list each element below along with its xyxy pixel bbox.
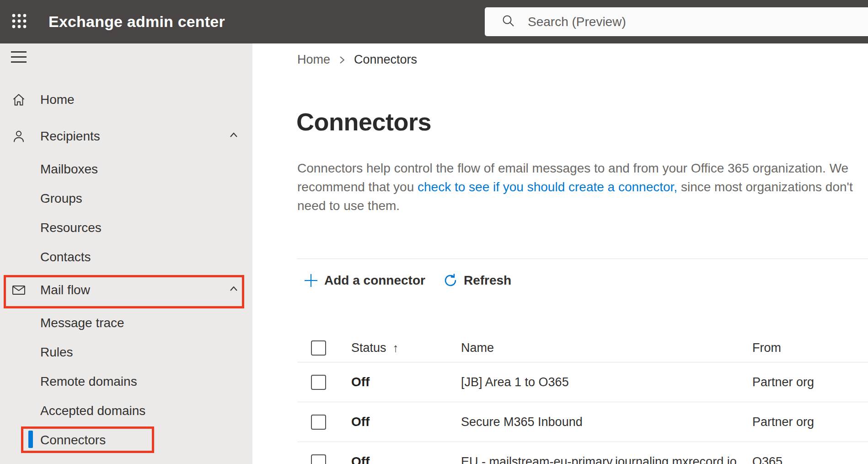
selected-item-indicator bbox=[28, 431, 33, 448]
cell-from: O365 bbox=[752, 455, 868, 464]
refresh-label: Refresh bbox=[464, 273, 511, 288]
sidebar-item-groups[interactable]: Groups bbox=[0, 184, 252, 213]
search-input[interactable]: Search (Preview) bbox=[485, 7, 868, 36]
row-checkbox[interactable] bbox=[311, 375, 326, 390]
home-icon bbox=[11, 92, 27, 108]
cell-from: Partner org bbox=[752, 415, 868, 429]
chevron-up-icon[interactable] bbox=[228, 283, 240, 298]
table-header: Status ↑ Name From bbox=[297, 334, 868, 362]
breadcrumb-current: Connectors bbox=[354, 53, 417, 67]
refresh-button[interactable]: Refresh bbox=[443, 273, 511, 288]
sidebar-item-label: Home bbox=[40, 92, 75, 107]
cell-status: Off bbox=[351, 375, 461, 389]
breadcrumb-home-link[interactable]: Home bbox=[297, 53, 330, 67]
cell-name: Secure M365 Inbound bbox=[461, 415, 752, 429]
hamburger-icon bbox=[11, 51, 27, 53]
nav-collapse-button[interactable] bbox=[11, 51, 27, 63]
table-row[interactable]: Off EU - mailstream-eu-primary.journalin… bbox=[297, 442, 868, 464]
sidebar-item-label: Message trace bbox=[40, 316, 124, 330]
sidebar-item-label: Groups bbox=[40, 191, 82, 206]
app-launcher-button[interactable] bbox=[5, 7, 34, 37]
add-connector-label: Add a connector bbox=[324, 273, 425, 288]
column-header-status[interactable]: Status bbox=[351, 341, 386, 355]
toolbar-divider bbox=[297, 259, 868, 259]
sidebar-item-connectors[interactable]: Connectors bbox=[0, 426, 252, 455]
plus-icon bbox=[303, 273, 319, 288]
sort-ascending-icon: ↑ bbox=[393, 341, 399, 355]
command-bar: Add a connector Refresh bbox=[297, 268, 511, 293]
search-icon bbox=[501, 14, 516, 30]
cell-from: Partner org bbox=[752, 375, 868, 389]
waffle-icon bbox=[11, 13, 27, 30]
sidebar-item-message-trace[interactable]: Message trace bbox=[0, 308, 252, 338]
cell-status: Off bbox=[351, 415, 461, 429]
table-row[interactable]: Off [JB] Area 1 to O365 Partner org bbox=[297, 362, 868, 402]
sidebar-item-remote-domains[interactable]: Remote domains bbox=[0, 367, 252, 396]
person-icon bbox=[11, 129, 27, 144]
sidebar-item-label: Contacts bbox=[40, 250, 91, 264]
sidebar-item-accepted-domains[interactable]: Accepted domains bbox=[0, 396, 252, 426]
cell-status: Off bbox=[351, 454, 461, 464]
chevron-right-icon bbox=[338, 55, 346, 65]
sidebar-item-label: Connectors bbox=[40, 433, 106, 448]
chevron-up-icon[interactable] bbox=[228, 129, 240, 144]
sidebar-item-label: Recipients bbox=[40, 129, 100, 144]
row-checkbox[interactable] bbox=[311, 415, 326, 430]
column-header-name[interactable]: Name bbox=[461, 341, 752, 355]
sidebar-item-label: Accepted domains bbox=[40, 404, 145, 418]
page-description: Connectors help control the flow of emai… bbox=[297, 159, 864, 215]
sidebar-item-label: Remote domains bbox=[40, 374, 137, 389]
sidebar-item-label: Mail flow bbox=[40, 283, 90, 297]
cell-name: [JB] Area 1 to O365 bbox=[461, 375, 752, 389]
add-connector-button[interactable]: Add a connector bbox=[303, 273, 425, 288]
refresh-icon bbox=[443, 273, 458, 288]
sidebar-item-label: Resources bbox=[40, 221, 102, 235]
sidebar: Home Recipients Mailboxes Groups Resourc… bbox=[0, 43, 252, 464]
sidebar-item-resources[interactable]: Resources bbox=[0, 213, 252, 243]
top-bar: Exchange admin center Search (Preview) bbox=[0, 0, 868, 43]
row-checkbox[interactable] bbox=[311, 454, 326, 464]
select-all-checkbox[interactable] bbox=[311, 340, 326, 356]
cell-name: EU - mailstream-eu-primary.journaling.mx… bbox=[461, 455, 752, 464]
table-body: Off [JB] Area 1 to O365 Partner org Off … bbox=[252, 362, 868, 464]
sidebar-item-label: Mailboxes bbox=[40, 162, 98, 177]
search-placeholder: Search (Preview) bbox=[528, 15, 626, 29]
sidebar-item-home[interactable]: Home bbox=[0, 85, 252, 114]
sidebar-item-rules[interactable]: Rules bbox=[0, 338, 252, 367]
page-title: Connectors bbox=[296, 108, 431, 136]
sidebar-item-mailboxes[interactable]: Mailboxes bbox=[0, 155, 252, 184]
table-row[interactable]: Off Secure M365 Inbound Partner org bbox=[297, 402, 868, 442]
sidebar-item-label: Rules bbox=[40, 345, 73, 360]
create-connector-link[interactable]: check to see if you should create a conn… bbox=[418, 180, 677, 194]
sidebar-item-contacts[interactable]: Contacts bbox=[0, 243, 252, 272]
sidebar-item-mail-flow[interactable]: Mail flow bbox=[0, 275, 252, 305]
app-title: Exchange admin center bbox=[48, 13, 225, 31]
column-header-from[interactable]: From bbox=[752, 341, 868, 355]
sidebar-item-recipients[interactable]: Recipients bbox=[0, 122, 252, 151]
breadcrumb: Home Connectors bbox=[297, 53, 417, 67]
main-content: Home Connectors Connectors Connectors he… bbox=[252, 43, 868, 464]
envelope-icon bbox=[11, 282, 27, 298]
sidebar-nav-list: Home Recipients Mailboxes Groups Resourc… bbox=[0, 85, 252, 455]
